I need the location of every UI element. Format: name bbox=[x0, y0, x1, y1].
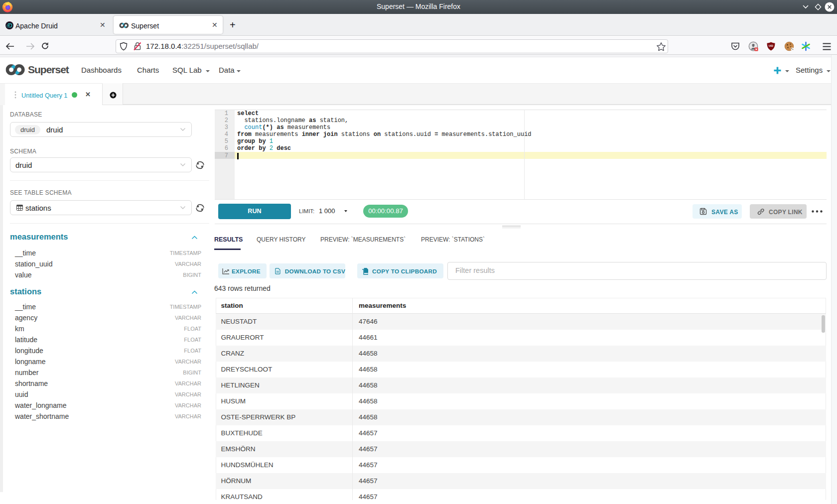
svg-text:UO: UO bbox=[769, 44, 773, 47]
